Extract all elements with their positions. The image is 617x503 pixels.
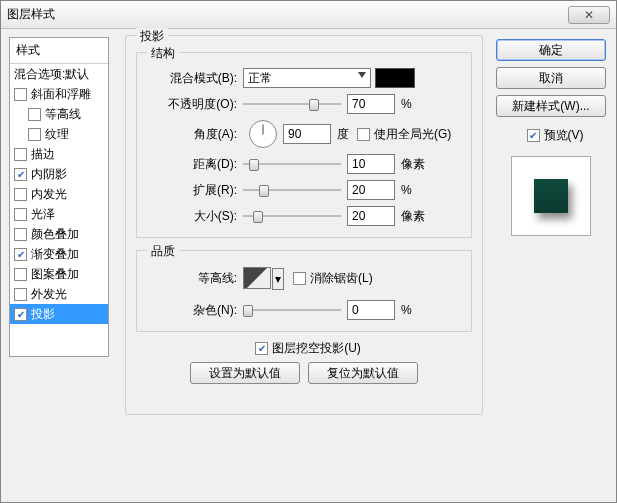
style-item-9[interactable]: 图案叠加 (10, 264, 108, 284)
distance-label: 距离(D): (147, 156, 243, 173)
quality-title: 品质 (147, 243, 179, 260)
style-item-6[interactable]: 光泽 (10, 204, 108, 224)
style-item-label: 纹理 (45, 126, 69, 143)
ok-button[interactable]: 确定 (496, 39, 606, 61)
angle-unit: 度 (337, 126, 349, 143)
cancel-button[interactable]: 取消 (496, 67, 606, 89)
quality-group: 品质 等高线: ▾ 消除锯齿(L) 杂色(N): (136, 250, 472, 332)
contour-label: 等高线: (147, 270, 243, 287)
style-item-checkbox[interactable] (14, 228, 27, 241)
style-item-label: 外发光 (31, 286, 67, 303)
preview-thumbnail (511, 156, 591, 236)
style-item-checkbox[interactable] (14, 148, 27, 161)
size-input[interactable]: 20 (347, 206, 395, 226)
style-item-7[interactable]: 颜色叠加 (10, 224, 108, 244)
blend-mode-label: 混合模式(B): (147, 70, 243, 87)
style-item-checkbox[interactable] (14, 288, 27, 301)
knockout-label: 图层挖空投影(U) (272, 340, 361, 357)
layer-style-dialog: 图层样式 ✕ 样式 混合选项:默认 斜面和浮雕等高线纹理描边内阴影内发光光泽颜色… (0, 0, 617, 503)
style-item-11[interactable]: 投影 (10, 304, 108, 324)
spread-slider[interactable] (243, 182, 341, 198)
noise-input[interactable]: 0 (347, 300, 395, 320)
angle-dial[interactable] (249, 120, 277, 148)
style-item-10[interactable]: 外发光 (10, 284, 108, 304)
style-item-5[interactable]: 内发光 (10, 184, 108, 204)
style-item-4[interactable]: 内阴影 (10, 164, 108, 184)
close-button[interactable]: ✕ (568, 6, 610, 24)
style-item-checkbox[interactable] (14, 88, 27, 101)
style-item-8[interactable]: 渐变叠加 (10, 244, 108, 264)
opacity-input[interactable]: 70 (347, 94, 395, 114)
angle-input[interactable]: 90 (283, 124, 331, 144)
style-item-checkbox[interactable] (14, 248, 27, 261)
structure-title: 结构 (147, 45, 179, 62)
blend-mode-value: 正常 (248, 70, 272, 87)
opacity-slider[interactable] (243, 96, 341, 112)
opacity-unit: % (401, 97, 412, 111)
style-item-3[interactable]: 描边 (10, 144, 108, 164)
style-item-label: 光泽 (31, 206, 55, 223)
window-title: 图层样式 (7, 6, 568, 23)
shadow-color-swatch[interactable] (375, 68, 415, 88)
style-item-label: 渐变叠加 (31, 246, 79, 263)
knockout-row: ✔ 图层挖空投影(U) (134, 340, 482, 357)
style-item-2[interactable]: 纹理 (10, 124, 108, 144)
distance-unit: 像素 (401, 156, 425, 173)
blend-mode-select[interactable]: 正常 (243, 68, 371, 88)
contour-picker[interactable]: ▾ (243, 267, 271, 289)
close-icon: ✕ (584, 8, 594, 22)
antialias-label: 消除锯齿(L) (310, 270, 373, 287)
titlebar: 图层样式 ✕ (1, 1, 616, 29)
style-item-checkbox[interactable] (14, 188, 27, 201)
preview-label: 预览(V) (544, 127, 584, 144)
noise-label: 杂色(N): (147, 302, 243, 319)
style-item-label: 投影 (31, 306, 55, 323)
chevron-down-icon (358, 72, 366, 78)
style-item-label: 描边 (31, 146, 55, 163)
blend-options-row[interactable]: 混合选项:默认 (10, 64, 108, 84)
style-item-checkbox[interactable] (28, 108, 41, 121)
style-item-checkbox[interactable] (14, 208, 27, 221)
right-column: 确定 取消 新建样式(W)... ✔ 预览(V) (496, 39, 606, 236)
panel-title: 投影 (136, 28, 168, 45)
style-item-label: 斜面和浮雕 (31, 86, 91, 103)
size-unit: 像素 (401, 208, 425, 225)
style-item-checkbox[interactable] (14, 268, 27, 281)
global-light-checkbox[interactable] (357, 128, 370, 141)
size-label: 大小(S): (147, 208, 243, 225)
antialias-checkbox[interactable] (293, 272, 306, 285)
preview-checkbox[interactable]: ✔ (527, 129, 540, 142)
distance-slider[interactable] (243, 156, 341, 172)
reset-default-button[interactable]: 复位为默认值 (308, 362, 418, 384)
style-item-label: 等高线 (45, 106, 81, 123)
style-item-1[interactable]: 等高线 (10, 104, 108, 124)
size-slider[interactable] (243, 208, 341, 224)
shadow-panel: 投影 结构 混合模式(B): 正常 不透明度(O): (125, 35, 483, 415)
noise-slider[interactable] (243, 302, 341, 318)
style-item-checkbox[interactable] (14, 168, 27, 181)
style-item-label: 颜色叠加 (31, 226, 79, 243)
style-item-label: 内阴影 (31, 166, 67, 183)
spread-unit: % (401, 183, 412, 197)
structure-group: 结构 混合模式(B): 正常 不透明度(O): (136, 52, 472, 238)
dialog-body: 样式 混合选项:默认 斜面和浮雕等高线纹理描边内阴影内发光光泽颜色叠加渐变叠加图… (1, 29, 616, 502)
style-list-header: 样式 (10, 38, 108, 64)
style-item-0[interactable]: 斜面和浮雕 (10, 84, 108, 104)
spread-input[interactable]: 20 (347, 180, 395, 200)
style-item-checkbox[interactable] (14, 308, 27, 321)
knockout-checkbox[interactable]: ✔ (255, 342, 268, 355)
spread-label: 扩展(R): (147, 182, 243, 199)
opacity-label: 不透明度(O): (147, 96, 243, 113)
chevron-down-icon: ▾ (272, 268, 284, 290)
style-item-checkbox[interactable] (28, 128, 41, 141)
set-default-button[interactable]: 设置为默认值 (190, 362, 300, 384)
global-light-label: 使用全局光(G) (374, 126, 451, 143)
noise-unit: % (401, 303, 412, 317)
distance-input[interactable]: 10 (347, 154, 395, 174)
blend-options-label: 混合选项:默认 (14, 66, 89, 83)
style-list: 样式 混合选项:默认 斜面和浮雕等高线纹理描边内阴影内发光光泽颜色叠加渐变叠加图… (9, 37, 109, 357)
new-style-button[interactable]: 新建样式(W)... (496, 95, 606, 117)
style-item-label: 内发光 (31, 186, 67, 203)
angle-label: 角度(A): (147, 126, 243, 143)
style-item-label: 图案叠加 (31, 266, 79, 283)
